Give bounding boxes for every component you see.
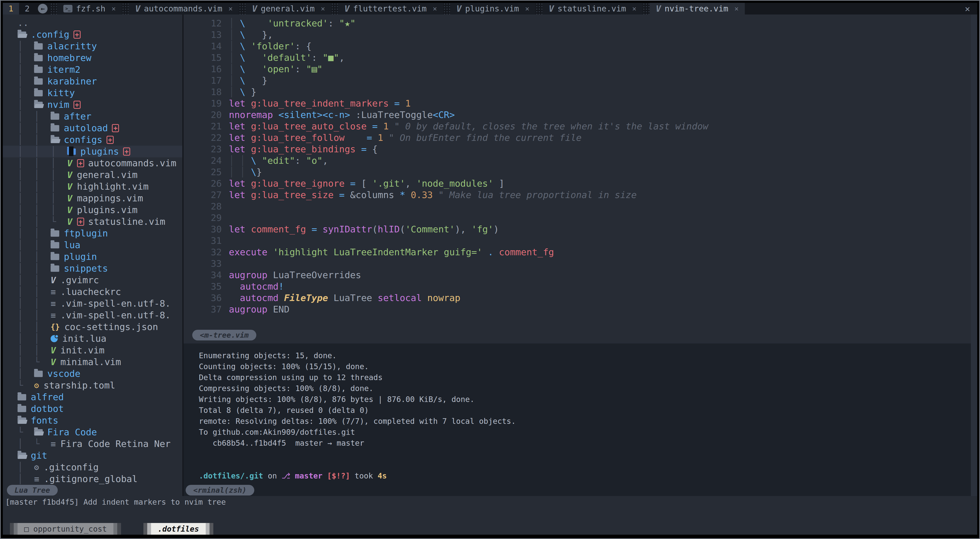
tab-statusline.vim[interactable]: Vstatusline.vim× xyxy=(542,3,643,14)
tmux-window--opportunity_cost[interactable]: □ opportunity_cost xyxy=(10,523,121,535)
scrollbar-gutter[interactable] xyxy=(971,14,977,496)
tree-item-nvim[interactable]: │ nvim+ xyxy=(3,99,182,111)
line-number: 16 xyxy=(184,63,229,75)
session-indicator-1[interactable]: 1 xyxy=(3,3,19,14)
tree-item-alacritty[interactable]: │ alacritty xyxy=(3,40,182,52)
tab-general.vim[interactable]: Vgeneral.vim× xyxy=(246,3,331,14)
tree-item-..[interactable]: .. xyxy=(3,17,182,29)
tree-item-.gitignore_global[interactable]: │ ≡.gitignore_global xyxy=(3,473,182,485)
tree-indent-guides: │ xyxy=(18,99,34,111)
tab-close-icon[interactable]: × xyxy=(734,5,739,13)
folder-icon xyxy=(34,78,43,85)
terminal-statusline: <rminal(zsh) xyxy=(186,485,254,496)
tree-item-label: general.vim xyxy=(77,169,138,181)
tab-close-icon[interactable]: × xyxy=(111,5,116,13)
tree-item-kitty[interactable]: │ kitty xyxy=(3,87,182,99)
tab-fzf.sh[interactable]: >_fzf.sh× xyxy=(57,3,122,14)
tree-item-ftplugin[interactable]: │ │ ftplugin xyxy=(3,227,182,239)
tree-item-git[interactable]: git xyxy=(3,450,182,461)
tree-item-karabiner[interactable]: │ karabiner xyxy=(3,76,182,87)
line-number: 18 xyxy=(184,86,229,98)
tab-close-icon[interactable]: × xyxy=(632,5,636,13)
tree-item-iterm2[interactable]: │ iterm2 xyxy=(3,64,182,76)
tree-item-.config[interactable]: .config+ xyxy=(3,29,182,40)
tab-autocommands.vim[interactable]: Vautocommands.vim× xyxy=(129,3,239,14)
tree-item-starship.toml[interactable]: └ ⚙starship.toml xyxy=(3,380,182,391)
tree-item-.luacheckrc[interactable]: │ │ ≡.luacheckrc xyxy=(3,286,182,298)
code-text: │ \ 'folder': { xyxy=(229,40,312,52)
tree-item-minimal.vim[interactable]: │ └ Vminimal.vim xyxy=(3,356,182,368)
terminal-line: Total 8 (delta 7), reused 0 (delta 0) xyxy=(199,405,971,416)
folder-open-icon xyxy=(18,418,26,424)
tree-item-label: lua xyxy=(64,239,80,251)
vim-file-icon: V xyxy=(51,356,56,368)
tree-item-statusline.vim[interactable]: │ │ └ V+statusline.vim xyxy=(3,216,182,227)
tab-close-icon[interactable]: × xyxy=(525,5,530,13)
tree-item-snippets[interactable]: │ │ snippets xyxy=(3,262,182,274)
tree-item-Fira Code[interactable]: └ Fira Code xyxy=(3,426,182,438)
tree-item-coc-settings.json[interactable]: │ │ {}coc-settings.json xyxy=(3,321,182,333)
tree-item-lua[interactable]: │ │ lua xyxy=(3,239,182,251)
code-line: 21let g:lua_tree_auto_close = 1 " 0 by d… xyxy=(184,121,971,132)
code-text: let comment_fg = synIDattr(hlID('Comment… xyxy=(229,224,499,235)
terminal-split[interactable]: Enumerating objects: 15, done.Counting o… xyxy=(184,343,971,496)
tree-item-homebrew[interactable]: │ homebrew xyxy=(3,52,182,64)
folder-icon xyxy=(51,254,59,260)
tree-item-.gvimrc[interactable]: │ │ V.gvimrc xyxy=(3,274,182,286)
tmux-window--dotfiles[interactable]: .dotfiles xyxy=(143,523,213,535)
folder-icon xyxy=(51,113,59,120)
tree-item-alfred[interactable]: alfred xyxy=(3,391,182,403)
tree-item-plugin[interactable]: │ │ plugin xyxy=(3,251,182,262)
close-all-icon[interactable]: ✕ xyxy=(958,3,977,14)
tab-separator xyxy=(239,3,246,14)
vim-icon: V xyxy=(656,3,661,14)
tree-item-label: nvim xyxy=(47,99,69,111)
tree-item-fonts[interactable]: fonts xyxy=(3,415,182,426)
tree-item-.gitconfig[interactable]: │ ⚙.gitconfig xyxy=(3,461,182,473)
tree-indent-guides: │ │ │ xyxy=(18,146,67,157)
tree-item-after[interactable]: │ │ after xyxy=(3,111,182,122)
tree-item-label: git xyxy=(31,450,47,461)
tab-label: autocommands.vim xyxy=(144,4,222,13)
vim-file-icon: V xyxy=(67,169,72,181)
tree-item-dotbot[interactable]: dotbot xyxy=(3,403,182,415)
tab-nvim-tree.vim[interactable]: Vnvim-tree.vim× xyxy=(650,3,745,14)
tree-item-vscode[interactable]: │ vscode xyxy=(3,368,182,380)
code-text: let g:lua_tree_follow = 1 " On bufEnter … xyxy=(229,132,582,143)
tab-close-icon[interactable]: × xyxy=(228,5,233,13)
main-area: ...config+│ alacritty│ homebrew│ iterm2│… xyxy=(3,14,977,496)
tree-item-plugins[interactable]: │ │ │ plugins+ xyxy=(3,146,182,157)
tree-item-mappings.vim[interactable]: │ │ │ Vmappings.vim xyxy=(3,192,182,204)
back-arrow-icon[interactable]: ← xyxy=(38,4,48,13)
code-text: │ \ }, xyxy=(229,29,273,40)
tree-item-.vim-spell-en.utf-8.[interactable]: │ │ ≡.vim-spell-en.utf-8. xyxy=(3,298,182,309)
nvim-screen: 12←>_fzf.sh×Vautocommands.vim×Vgeneral.v… xyxy=(3,3,977,536)
session-indicator-2[interactable]: 2 xyxy=(19,3,35,14)
tree-item-autoload[interactable]: │ │ autoload+ xyxy=(3,122,182,134)
vim-file-icon: V xyxy=(51,345,56,356)
tree-item-label: .vim-spell-en.utf-8. xyxy=(60,309,170,321)
tree-item-plugins.vim[interactable]: │ │ │ Vplugins.vim xyxy=(3,204,182,216)
tab-plugins.vim[interactable]: Vplugins.vim× xyxy=(450,3,536,14)
tree-item-label: Fira Code Retina Ner xyxy=(60,438,170,450)
tree-item-.vim-spell-en.utf-8.[interactable]: │ │ ≡.vim-spell-en.utf-8. xyxy=(3,309,182,321)
terminal-window: 12←>_fzf.sh×Vautocommands.vim×Vgeneral.v… xyxy=(0,0,980,539)
tree-item-label: statusline.vim xyxy=(88,216,165,227)
code-editor[interactable]: 12│ \ 'untracked': "★"13│ \ },14│ \ 'fol… xyxy=(184,14,971,335)
tree-item-highlight.vim[interactable]: │ │ │ Vhighlight.vim xyxy=(3,181,182,192)
tree-item-autocommands.vim[interactable]: │ │ │ V+autocommands.vim xyxy=(3,157,182,169)
line-number: 21 xyxy=(184,121,229,132)
code-line: 14│ \ 'folder': { xyxy=(184,40,971,52)
folder-icon xyxy=(18,406,26,412)
tree-item-init.vim[interactable]: │ │ Vinit.vim xyxy=(3,345,182,356)
tree-item-label: .. xyxy=(18,17,29,29)
code-line: 22let g:lua_tree_follow = 1 " On bufEnte… xyxy=(184,132,971,143)
tree-item-general.vim[interactable]: │ │ │ Vgeneral.vim xyxy=(3,169,182,181)
tab-close-icon[interactable]: × xyxy=(433,5,437,13)
tree-item-label: .gitconfig xyxy=(43,461,99,473)
tree-item-configs[interactable]: │ │ configs+ xyxy=(3,134,182,146)
tree-item-init.lua[interactable]: │ │ init.lua xyxy=(3,333,182,345)
tab-fluttertest.vim[interactable]: Vfluttertest.vim× xyxy=(338,3,443,14)
tree-item-Fira Code Retina Ner[interactable]: │ └ ≡Fira Code Retina Ner xyxy=(3,438,182,450)
tab-close-icon[interactable]: × xyxy=(321,5,325,13)
